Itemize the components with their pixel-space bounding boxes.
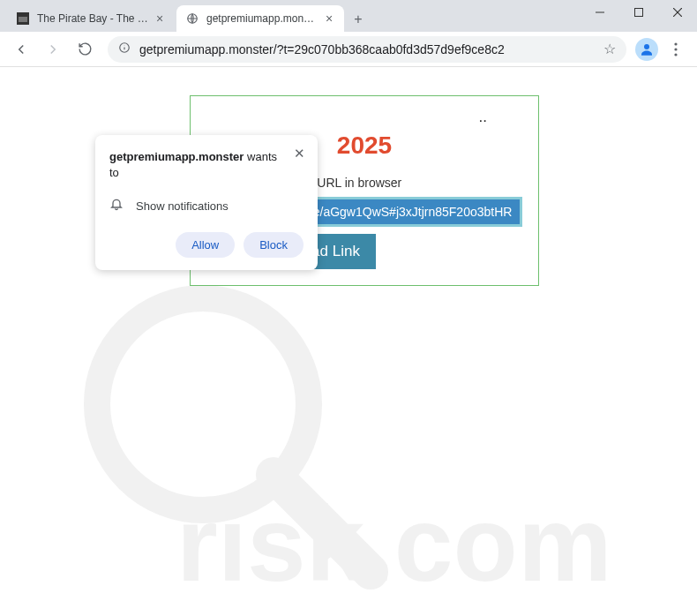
svg-point-9 bbox=[644, 44, 649, 49]
permission-label: Show notifications bbox=[136, 199, 229, 213]
new-tab-button[interactable]: + bbox=[346, 7, 371, 32]
site-info-icon[interactable] bbox=[118, 41, 131, 56]
maximize-button[interactable] bbox=[619, 0, 658, 25]
browser-titlebar: The Pirate Bay - The galaxy's m... × get… bbox=[0, 0, 697, 32]
permission-actions: Allow Block bbox=[109, 232, 304, 258]
svg-point-10 bbox=[674, 42, 677, 45]
card-title: .. bbox=[206, 109, 522, 126]
close-icon[interactable]: × bbox=[154, 12, 166, 25]
tab-pirate-bay[interactable]: The Pirate Bay - The galaxy's m... × bbox=[7, 5, 175, 32]
watermark: risk.com bbox=[0, 245, 697, 616]
close-icon[interactable]: × bbox=[323, 12, 335, 25]
svg-text:risk.com: risk.com bbox=[176, 485, 612, 603]
svg-point-12 bbox=[674, 53, 677, 56]
address-bar[interactable]: getpremiumapp.monster/?t=29c070bb368caab… bbox=[108, 36, 626, 63]
bookmark-star-icon[interactable]: ☆ bbox=[603, 41, 616, 57]
globe-icon bbox=[185, 11, 199, 26]
bell-icon bbox=[109, 197, 124, 214]
forward-button[interactable] bbox=[39, 35, 67, 64]
pirate-favicon bbox=[16, 11, 30, 26]
tab-getpremium[interactable]: getpremiumapp.monster/?t=29 × bbox=[176, 5, 344, 32]
close-window-button[interactable] bbox=[658, 0, 697, 25]
permission-prompt-text: getpremiumapp.monster wants to bbox=[109, 149, 304, 181]
svg-point-11 bbox=[674, 48, 677, 50]
chrome-menu-button[interactable] bbox=[662, 35, 690, 64]
back-button[interactable] bbox=[7, 35, 35, 64]
minimize-button[interactable] bbox=[581, 0, 619, 25]
tab-label: The Pirate Bay - The galaxy's m... bbox=[37, 12, 148, 25]
svg-line-14 bbox=[274, 475, 371, 572]
svg-point-13 bbox=[97, 298, 309, 510]
close-icon[interactable]: ✕ bbox=[291, 146, 307, 162]
block-button[interactable]: Block bbox=[244, 232, 304, 258]
reload-button[interactable] bbox=[71, 35, 99, 64]
svg-rect-3 bbox=[635, 9, 643, 17]
page-viewport: risk.com .. 2025 Copy and paste the URL … bbox=[0, 67, 697, 616]
profile-avatar[interactable] bbox=[635, 38, 658, 61]
notification-permission-dialog: ✕ getpremiumapp.monster wants to Show no… bbox=[95, 135, 318, 270]
url-text: getpremiumapp.monster/?t=29c070bb368caab… bbox=[139, 42, 505, 56]
permission-site: getpremiumapp.monster bbox=[109, 150, 244, 163]
window-controls bbox=[581, 0, 697, 32]
permission-row: Show notifications bbox=[109, 197, 304, 214]
browser-toolbar: getpremiumapp.monster/?t=29c070bb368caab… bbox=[0, 32, 697, 67]
tab-label: getpremiumapp.monster/?t=29 bbox=[206, 12, 318, 25]
allow-button[interactable]: Allow bbox=[176, 232, 235, 258]
